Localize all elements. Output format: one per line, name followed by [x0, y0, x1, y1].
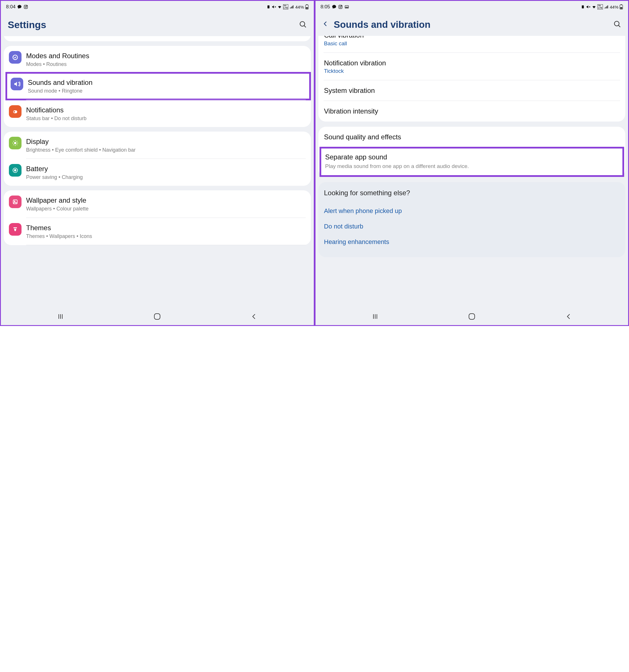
page-title: Sounds and vibration	[334, 19, 430, 30]
settings-content: Modes and Routines Modes • Routines Soun…	[1, 36, 314, 307]
nav-bar	[1, 307, 314, 325]
link-hearing[interactable]: Hearing enhancements	[324, 234, 620, 250]
svg-line-20	[17, 141, 17, 142]
link-alert-pickup[interactable]: Alert when phone picked up	[324, 203, 620, 219]
item-sound-quality[interactable]: Sound quality and effects	[318, 127, 626, 147]
item-title: Vibration intensity	[324, 107, 620, 116]
wifi-icon	[592, 5, 596, 9]
group-vibration: Call vibration Basic call Notification v…	[318, 36, 626, 122]
home-button[interactable]	[463, 313, 481, 320]
status-right: VoLTE 44%	[581, 4, 623, 9]
search-icon[interactable]	[299, 20, 307, 29]
status-left: 8:05	[321, 4, 349, 10]
item-title: Sound quality and effects	[324, 133, 620, 141]
svg-rect-5	[306, 4, 307, 5]
card-group-1: Modes and Routines Modes • Routines Soun…	[4, 46, 311, 127]
item-vibration-intensity[interactable]: Vibration intensity	[318, 101, 626, 121]
row-notifications[interactable]: Notifications Status bar • Do not distur…	[4, 100, 311, 127]
screen-settings: 8:04 VoLTE 44%	[0, 0, 314, 326]
recent-apps-button[interactable]	[52, 314, 69, 319]
alarm-icon	[581, 5, 585, 9]
link-dnd[interactable]: Do not disturb	[324, 219, 620, 234]
back-button[interactable]	[560, 313, 577, 320]
svg-rect-3	[267, 5, 269, 8]
item-system-vibration[interactable]: System vibration	[318, 80, 626, 101]
svg-point-24	[14, 201, 15, 202]
status-right: VoLTE 44%	[266, 4, 309, 9]
svg-rect-32	[345, 5, 349, 8]
signal-icon	[604, 5, 609, 9]
row-sub: Wallpapers • Colour palette	[26, 205, 306, 212]
row-sub: Brightness • Eye comfort shield • Naviga…	[26, 146, 306, 153]
chat-icon	[332, 5, 336, 9]
svg-point-37	[614, 21, 619, 26]
item-title: Separate app sound	[325, 152, 619, 161]
battery-icon	[305, 4, 309, 9]
svg-point-22	[14, 169, 16, 171]
highlight-sounds: Sounds and vibration Sound mode • Ringto…	[5, 72, 311, 100]
instagram-icon	[24, 5, 28, 9]
row-sub: Modes • Routines	[26, 61, 306, 68]
svg-point-31	[341, 6, 342, 6]
notifications-icon	[9, 105, 22, 118]
card-group-2: Display Brightness • Eye comfort shield …	[4, 131, 311, 186]
svg-point-2	[27, 6, 27, 6]
row-sounds-vibration[interactable]: Sounds and vibration Sound mode • Ringto…	[7, 74, 309, 98]
status-left: 8:04	[6, 4, 28, 10]
mute-icon	[272, 5, 276, 9]
battery-pct: 44%	[295, 5, 304, 9]
home-button[interactable]	[148, 313, 166, 320]
svg-rect-36	[621, 7, 622, 9]
battery-icon	[620, 4, 623, 9]
row-title: Sounds and vibration	[28, 78, 306, 87]
svg-line-17	[13, 141, 14, 142]
page-title: Settings	[8, 19, 46, 30]
item-title: Notification vibration	[324, 58, 620, 67]
app-header: Settings	[1, 12, 314, 36]
back-button[interactable]	[245, 313, 262, 320]
item-sub: Basic call	[324, 41, 620, 47]
signal-icon	[289, 5, 294, 9]
row-themes[interactable]: Themes Themes • Wallpapers • Icons	[4, 218, 311, 245]
card-group-3: Wallpaper and style Wallpapers • Colour …	[4, 190, 311, 245]
svg-line-18	[17, 144, 17, 145]
row-modes-routines[interactable]: Modes and Routines Modes • Routines	[4, 46, 311, 73]
looking-card: Looking for something else? Alert when p…	[318, 182, 626, 257]
row-battery[interactable]: Battery Power saving • Charging	[4, 159, 311, 186]
item-separate-app-sound[interactable]: Separate app sound Play media sound from…	[321, 148, 623, 175]
item-notification-vibration[interactable]: Notification vibration Ticktock	[318, 53, 626, 80]
status-bar: 8:05 VoLTE 44%	[316, 1, 628, 12]
row-title: Display	[26, 137, 306, 146]
wallpaper-icon	[9, 195, 22, 208]
alarm-icon	[266, 5, 271, 9]
nav-bar	[316, 307, 628, 325]
app-header: Sounds and vibration	[316, 12, 628, 36]
back-icon[interactable]	[322, 21, 329, 29]
sounds-content: Call vibration Basic call Notification v…	[316, 36, 628, 307]
recent-apps-button[interactable]	[367, 314, 384, 319]
svg-point-7	[300, 22, 305, 26]
looking-title: Looking for something else?	[324, 189, 620, 197]
routines-icon	[9, 51, 22, 64]
svg-rect-6	[306, 7, 308, 9]
svg-rect-35	[621, 4, 622, 5]
item-desc: Play media sound from one app on a diffe…	[325, 163, 619, 170]
sound-icon	[10, 78, 23, 90]
row-display[interactable]: Display Brightness • Eye comfort shield …	[4, 131, 311, 159]
item-call-vibration[interactable]: Basic call	[318, 39, 626, 52]
volte-icon: VoLTE	[283, 4, 288, 9]
themes-icon	[9, 223, 22, 236]
item-call-vibration-title[interactable]: Call vibration	[318, 36, 626, 39]
row-title: Notifications	[26, 106, 306, 114]
svg-rect-28	[154, 314, 160, 319]
partial-row	[4, 36, 311, 41]
svg-line-38	[619, 25, 621, 27]
search-icon[interactable]	[613, 20, 621, 29]
volte-icon: VoLTE	[598, 4, 603, 9]
row-sub: Themes • Wallpapers • Icons	[26, 233, 306, 240]
battery-pct: 44%	[610, 5, 619, 9]
svg-point-30	[340, 6, 341, 7]
status-bar: 8:04 VoLTE 44%	[1, 1, 314, 12]
row-sub: Status bar • Do not disturb	[26, 115, 306, 122]
row-wallpaper[interactable]: Wallpaper and style Wallpapers • Colour …	[4, 190, 311, 217]
